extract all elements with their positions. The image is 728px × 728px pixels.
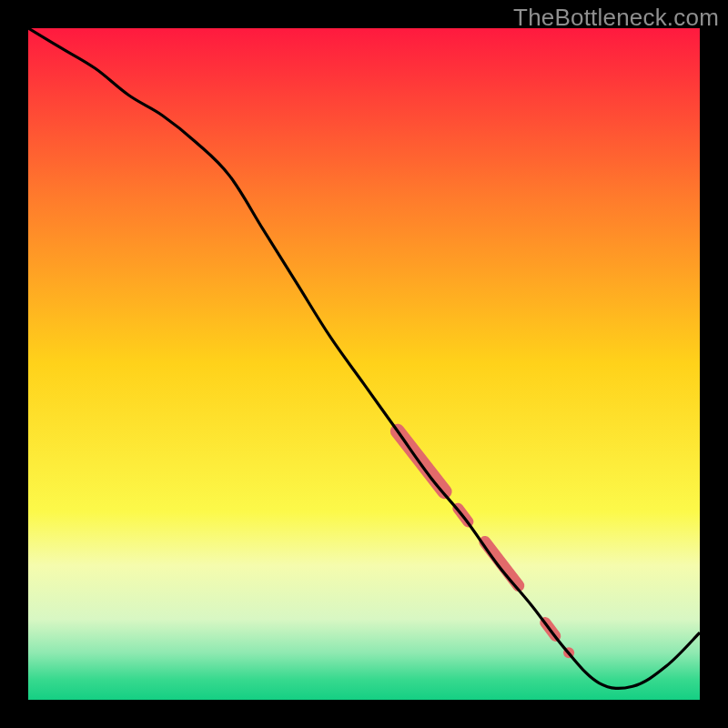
outer-frame: TheBottleneck.com [0, 0, 728, 728]
watermark-text: TheBottleneck.com [513, 4, 719, 32]
gradient-background [28, 28, 700, 700]
chart-svg [28, 28, 700, 700]
chart-plot-area [28, 28, 700, 700]
